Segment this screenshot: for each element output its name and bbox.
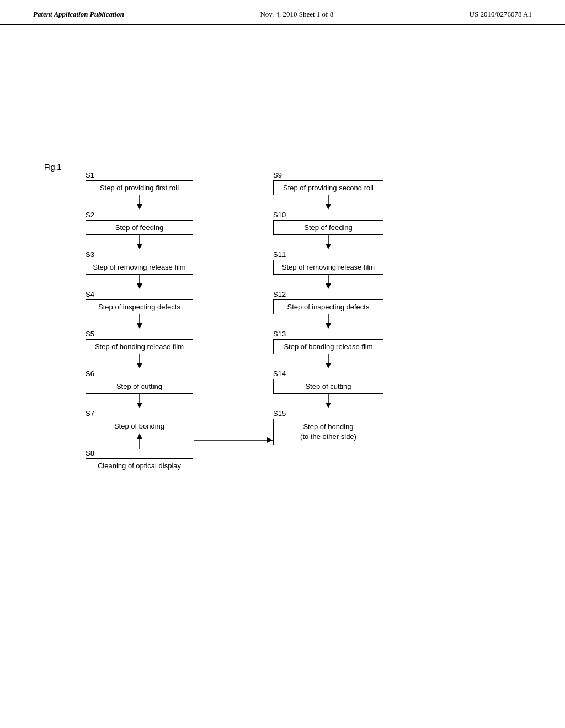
step-s8: S8 Cleaning of optical display	[86, 449, 193, 473]
arrow-s8-s7-up	[86, 433, 193, 449]
step-s1-label: S1	[86, 171, 193, 179]
svg-marker-17	[326, 244, 331, 249]
step-s15-label: S15	[273, 409, 383, 417]
step-s13-label: S13	[273, 330, 383, 338]
arrow-s1-s2	[86, 195, 193, 211]
arrow-s3-s4	[86, 275, 193, 290]
svg-marker-25	[326, 403, 331, 408]
step-s10-box: Step of feeding	[273, 220, 383, 235]
step-s7-box: Step of bonding	[86, 419, 193, 433]
arrow-s11-s12	[273, 275, 383, 290]
step-s6-box: Step of cutting	[86, 379, 193, 394]
step-s5: S5 Step of bonding release film	[86, 330, 193, 354]
step-s5-box: Step of bonding release film	[86, 339, 193, 354]
step-s10: S10 Step of feeding	[273, 211, 383, 235]
svg-marker-1	[137, 204, 142, 210]
header-date-sheet: Nov. 4, 2010 Sheet 1 of 8	[260, 10, 333, 19]
step-s1-box: Step of providing first roll	[86, 180, 193, 195]
arrow-s14-s15	[273, 394, 383, 409]
arrow-s5-s6	[86, 354, 193, 370]
step-s2-label: S2	[86, 211, 193, 219]
step-s9-label: S9	[273, 171, 383, 179]
svg-marker-11	[137, 403, 142, 408]
header-publication-type: Patent Application Publication	[33, 10, 124, 19]
step-s15: S15 Step of bonding(to the other side)	[273, 409, 383, 445]
step-s12: S12 Step of inspecting defects	[273, 290, 383, 314]
step-s8-box: Cleaning of optical display	[86, 458, 193, 473]
step-s14: S14 Step of cutting	[273, 370, 383, 394]
arrow-s4-s5	[86, 314, 193, 330]
step-s8-label: S8	[86, 449, 193, 457]
step-s2: S2 Step of feeding	[86, 211, 193, 235]
step-s7: S7 Step of bonding	[86, 409, 193, 433]
arrow-s12-s13	[273, 314, 383, 330]
step-s4-box: Step of inspecting defects	[86, 299, 193, 314]
arrow-s10-s11	[273, 235, 383, 250]
step-s3: S3 Step of removing release film	[86, 250, 193, 275]
step-s6: S6 Step of cutting	[86, 370, 193, 394]
step-s4: S4 Step of inspecting defects	[86, 290, 193, 314]
svg-marker-23	[326, 363, 331, 368]
svg-marker-7	[137, 323, 142, 329]
step-s11: S11 Step of removing release film	[273, 250, 383, 275]
arrow-s2-s3	[86, 235, 193, 250]
step-s3-label: S3	[86, 250, 193, 259]
step-s13-box: Step of bonding release film	[273, 339, 383, 354]
step-s9-box: Step of providing second roll	[273, 180, 383, 195]
step-s4-label: S4	[86, 290, 193, 298]
step-s5-label: S5	[86, 330, 193, 338]
step-s14-box: Step of cutting	[273, 379, 383, 394]
step-s6-label: S6	[86, 370, 193, 378]
svg-marker-9	[137, 363, 142, 368]
svg-marker-13	[137, 433, 142, 439]
svg-marker-27	[267, 437, 273, 443]
figure-label: Fig.1	[44, 163, 61, 172]
svg-marker-21	[326, 323, 331, 329]
step-s15-box: Step of bonding(to the other side)	[273, 419, 383, 445]
step-s13: S13 Step of bonding release film	[273, 330, 383, 354]
step-s11-box: Step of removing release film	[273, 260, 383, 275]
svg-marker-15	[326, 204, 331, 210]
svg-marker-5	[137, 283, 142, 289]
step-s14-label: S14	[273, 370, 383, 378]
step-s12-label: S12	[273, 290, 383, 298]
svg-marker-3	[137, 244, 142, 249]
svg-marker-19	[326, 283, 331, 289]
step-s10-label: S10	[273, 211, 383, 219]
step-s3-box: Step of removing release film	[86, 260, 193, 275]
step-s2-box: Step of feeding	[86, 220, 193, 235]
arrow-s13-s14	[273, 354, 383, 370]
step-s9: S9 Step of providing second roll	[273, 171, 383, 195]
step-s11-label: S11	[273, 250, 383, 259]
arrow-s6-s7	[86, 394, 193, 409]
step-s7-label: S7	[86, 409, 193, 417]
step-s12-box: Step of inspecting defects	[273, 299, 383, 314]
header-patent-number: US 2010/0276078 A1	[470, 10, 532, 19]
arrow-s9-s10	[273, 195, 383, 211]
page-header: Patent Application Publication Nov. 4, 2…	[0, 0, 565, 25]
step-s1: S1 Step of providing first roll	[86, 171, 193, 195]
